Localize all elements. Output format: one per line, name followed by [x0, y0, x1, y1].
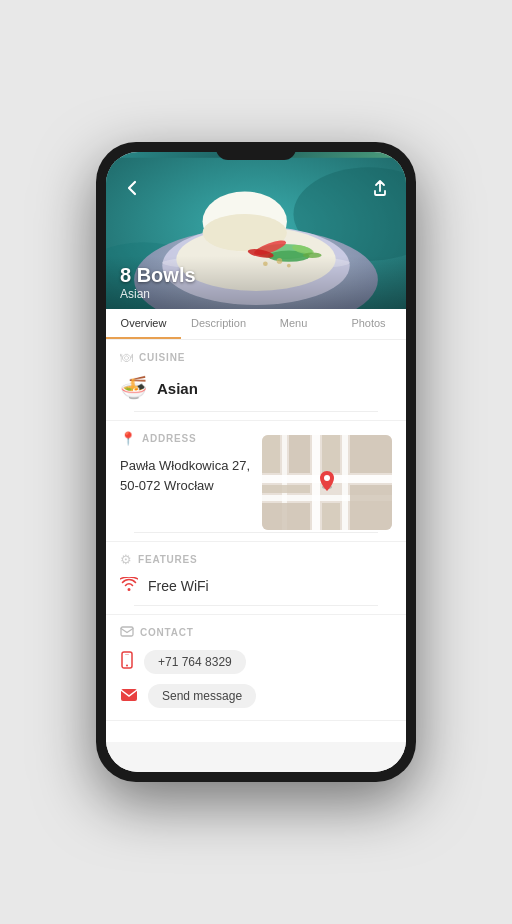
divider-cuisine — [134, 411, 378, 412]
svg-point-36 — [126, 665, 128, 667]
wifi-icon — [120, 577, 138, 595]
svg-point-33 — [324, 475, 330, 481]
address-icon-label: 📍 — [120, 431, 136, 446]
cuisine-label-row: 🍽 CUISINE — [120, 350, 392, 365]
svg-rect-25 — [289, 435, 310, 473]
svg-rect-21 — [312, 435, 320, 530]
contact-section-label: CONTACT — [140, 627, 194, 638]
phone-icon — [120, 651, 134, 673]
svg-rect-29 — [262, 503, 310, 530]
features-label-row: ⚙ FEATURES — [120, 552, 392, 567]
address-section: 📍 ADDRESS Pawła Włodkowica 27, 50-072 Wr… — [106, 421, 406, 542]
restaurant-title: 8 Bowls — [120, 264, 392, 287]
svg-rect-38 — [121, 689, 137, 701]
svg-rect-24 — [262, 435, 280, 473]
contact-icon-label — [120, 625, 134, 640]
wifi-label: Free WiFi — [148, 578, 209, 594]
contact-label-row: CONTACT — [120, 625, 392, 640]
tab-bar: Overview Description Menu Photos — [106, 309, 406, 340]
divider-address — [134, 532, 378, 533]
cuisine-food-icon: 🍜 — [120, 375, 147, 401]
content-area: 🍽 CUISINE 🍜 Asian 📍 ADDRESS — [106, 340, 406, 742]
email-icon — [120, 688, 138, 705]
phone-screen: 8 Bowls Asian Overview Description Menu … — [106, 152, 406, 772]
address-label-row: 📍 ADDRESS — [120, 431, 254, 446]
svg-rect-37 — [125, 654, 129, 655]
phone-notch — [216, 142, 296, 160]
tab-photos[interactable]: Photos — [331, 309, 406, 339]
phone-button[interactable]: +71 764 8329 — [144, 650, 246, 674]
contact-section: CONTACT +71 764 8329 — [106, 615, 406, 721]
phone-row: +71 764 8329 — [120, 646, 392, 680]
cuisine-icon-label: 🍽 — [120, 350, 133, 365]
tab-menu[interactable]: Menu — [256, 309, 331, 339]
cuisine-value: Asian — [157, 380, 198, 397]
svg-rect-30 — [322, 503, 340, 530]
bottom-bar — [106, 742, 406, 772]
svg-rect-28 — [262, 485, 310, 493]
svg-rect-27 — [350, 435, 392, 473]
cuisine-value-row: 🍜 Asian — [120, 371, 392, 409]
features-section-label: FEATURES — [138, 554, 198, 565]
address-section-label: ADDRESS — [142, 433, 197, 444]
cuisine-section-label: CUISINE — [139, 352, 185, 363]
address-value: Pawła Włodkowica 27, 50-072 Wrocław — [120, 452, 254, 503]
send-message-button[interactable]: Send message — [148, 684, 256, 708]
tab-overview[interactable]: Overview — [106, 309, 181, 339]
map-thumbnail[interactable] — [262, 435, 392, 530]
content-spacer — [106, 721, 406, 742]
features-icon-label: ⚙ — [120, 552, 132, 567]
cuisine-section: 🍽 CUISINE 🍜 Asian — [106, 340, 406, 421]
back-button[interactable] — [118, 174, 146, 202]
features-section: ⚙ FEATURES Free WiFi — [106, 542, 406, 615]
email-row: Send message — [120, 680, 392, 714]
svg-rect-34 — [121, 627, 133, 636]
svg-rect-22 — [342, 435, 348, 530]
tab-description[interactable]: Description — [181, 309, 256, 339]
restaurant-category: Asian — [120, 287, 392, 301]
share-button[interactable] — [366, 174, 394, 202]
svg-rect-31 — [350, 485, 392, 530]
divider-features — [134, 605, 378, 606]
wifi-feature-row: Free WiFi — [120, 573, 392, 603]
phone-frame: 8 Bowls Asian Overview Description Menu … — [96, 142, 416, 782]
svg-rect-26 — [322, 435, 340, 473]
